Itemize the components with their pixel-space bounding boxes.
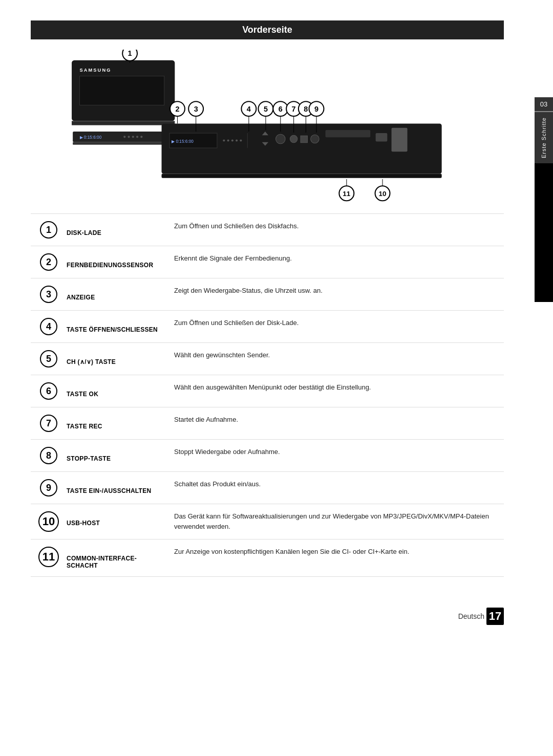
- item-number: 6: [31, 382, 67, 400]
- item-description: Startet die Aufnahme.: [174, 415, 504, 425]
- item-number: 9: [31, 479, 67, 496]
- svg-rect-27: [326, 130, 371, 137]
- svg-point-24: [290, 135, 297, 142]
- svg-text:2: 2: [176, 105, 180, 113]
- item-number: 1: [31, 221, 67, 239]
- item-number: 5: [31, 350, 67, 368]
- svg-text:11: 11: [343, 190, 350, 198]
- svg-point-8: [132, 136, 134, 138]
- number-badge: 6: [40, 382, 57, 400]
- item-number: 11: [31, 547, 67, 567]
- language-label: Deutsch: [458, 612, 484, 620]
- device-diagram: SAMSUNG ▶ 0:15:6:00 ▶ 0:15:6:00: [37, 50, 498, 213]
- number-badge: 8: [40, 447, 57, 464]
- item-description: Das Gerät kann für Softwareaktualisierun…: [174, 511, 504, 531]
- number-badge: 10: [38, 511, 59, 532]
- item-row: 3 ANZEIGE Zeigt den Wiedergabe-Status, d…: [31, 278, 504, 311]
- item-row: 5 CH (∧/∨) TASTE Wählt den gewünschten S…: [31, 343, 504, 375]
- svg-text:5: 5: [264, 105, 268, 113]
- number-badge: 3: [40, 286, 57, 303]
- svg-text:6: 6: [279, 105, 283, 113]
- svg-rect-11: [73, 142, 173, 145]
- items-list: 1 DISK-LADE Zum Öffnen und Schließen des…: [31, 213, 504, 577]
- svg-rect-25: [301, 136, 307, 142]
- item-label: COMMON-INTERFACE- SCHACHT: [67, 547, 174, 569]
- svg-point-9: [136, 136, 138, 138]
- item-row: 11 COMMON-INTERFACE- SCHACHT Zur Anzeige…: [31, 539, 504, 577]
- item-row: 7 TASTE REC Startet die Aufnahme.: [31, 407, 504, 440]
- item-description: Zum Öffnen und Schließen des Diskfachs.: [174, 221, 504, 231]
- page-number: 17: [486, 608, 504, 625]
- item-description: Wählt den ausgewählten Menüpunkt oder be…: [174, 382, 504, 393]
- item-label: TASTE ÖFFNEN/SCHLIESSEN: [67, 318, 174, 333]
- svg-point-19: [240, 139, 242, 141]
- item-number: 8: [31, 447, 67, 464]
- svg-rect-30: [162, 174, 442, 178]
- item-number: 4: [31, 318, 67, 335]
- svg-text:▶ 0:15:6:00: ▶ 0:15:6:00: [80, 135, 102, 140]
- item-row: 9 TASTE EIN-/AUSSCHALTEN Schaltet das Pr…: [31, 472, 504, 504]
- item-description: Wählt den gewünschten Sender.: [174, 350, 504, 360]
- svg-text:3: 3: [194, 105, 198, 113]
- section-header: Vorderseite: [31, 20, 504, 39]
- item-row: 1 DISK-LADE Zum Öffnen und Schließen des…: [31, 214, 504, 246]
- footer: Deutsch 17: [0, 597, 535, 630]
- item-description: Stoppt Wiedergabe oder Aufnahme.: [174, 447, 504, 457]
- svg-rect-3: [72, 121, 175, 125]
- main-content: Vorderseite SAMSUNG ▶ 0:15:6:00: [0, 0, 535, 597]
- svg-text:8: 8: [304, 105, 308, 113]
- svg-point-23: [276, 134, 286, 144]
- number-badge: 1: [40, 221, 57, 239]
- number-badge: 7: [40, 415, 57, 432]
- svg-rect-20: [247, 133, 248, 148]
- svg-point-15: [223, 139, 225, 141]
- item-row: 10 USB-HOST Das Gerät kann für Softwarea…: [31, 504, 504, 539]
- item-label: USB-HOST: [67, 511, 174, 527]
- number-badge: 5: [40, 350, 57, 368]
- number-badge: 4: [40, 318, 57, 335]
- svg-text:SAMSUNG: SAMSUNG: [80, 68, 112, 73]
- section-label: Erste Schritte: [539, 112, 549, 163]
- item-row: 6 TASTE OK Wählt den ausgewählten Menüpu…: [31, 375, 504, 407]
- svg-text:▶ 0:15:6:00: ▶ 0:15:6:00: [172, 139, 194, 144]
- item-label: TASTE EIN-/AUSSCHALTEN: [67, 479, 174, 494]
- svg-text:7: 7: [292, 105, 296, 113]
- item-number: 7: [31, 415, 67, 432]
- svg-point-16: [227, 139, 229, 141]
- item-number: 3: [31, 286, 67, 303]
- item-label: TASTE OK: [67, 382, 174, 398]
- svg-point-17: [231, 139, 233, 141]
- item-label: STOPP-TASTE: [67, 447, 174, 462]
- svg-point-10: [140, 136, 142, 138]
- item-description: Zum Öffnen und Schließen der Disk-Lade.: [174, 318, 504, 328]
- item-label: DISK-LADE: [67, 221, 174, 236]
- item-row: 2 FERNBEDIENUNGSSENSOR Erkennt die Signa…: [31, 246, 504, 278]
- item-label: ANZEIGE: [67, 286, 174, 301]
- svg-text:4: 4: [247, 105, 251, 113]
- item-label: TASTE REC: [67, 415, 174, 430]
- item-label: FERNBEDIENUNGSSENSOR: [67, 253, 174, 269]
- number-badge: 2: [40, 253, 57, 271]
- svg-text:9: 9: [314, 105, 318, 113]
- svg-point-7: [127, 136, 130, 138]
- side-tab: 03 Erste Schritte: [535, 97, 553, 302]
- svg-rect-28: [376, 133, 388, 142]
- section-number: 03: [540, 97, 547, 111]
- svg-rect-29: [392, 128, 408, 152]
- number-badge: 9: [40, 479, 57, 496]
- item-description: Zur Anzeige von kostenpflichtigen Kanäle…: [174, 547, 504, 557]
- item-description: Schaltet das Produkt ein/aus.: [174, 479, 504, 489]
- svg-rect-2: [80, 76, 164, 105]
- item-label: CH (∧/∨) TASTE: [67, 350, 174, 365]
- item-row: 4 TASTE ÖFFNEN/SCHLIESSEN Zum Öffnen und…: [31, 311, 504, 343]
- item-number: 2: [31, 253, 67, 271]
- svg-text:10: 10: [379, 190, 387, 198]
- svg-point-18: [236, 139, 238, 141]
- item-description: Erkennt die Signale der Fernbedienung.: [174, 253, 504, 264]
- svg-text:1: 1: [128, 50, 132, 57]
- item-row: 8 STOPP-TASTE Stoppt Wiedergabe oder Auf…: [31, 440, 504, 472]
- svg-point-26: [311, 135, 320, 143]
- number-badge: 11: [38, 547, 59, 567]
- svg-point-6: [123, 136, 125, 138]
- item-number: 10: [31, 511, 67, 532]
